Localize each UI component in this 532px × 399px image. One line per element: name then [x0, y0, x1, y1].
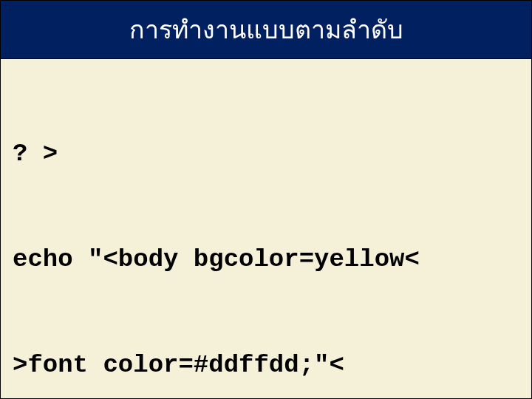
slide-title: การทำงานแบบตามลำดับ — [129, 16, 403, 44]
slide-header: การทำงานแบบตามลำดับ — [1, 1, 531, 59]
code-line: ? > — [13, 137, 519, 172]
code-content: ? > echo "<body bgcolor=yellow< >font co… — [1, 59, 531, 399]
slide-container: การทำงานแบบตามลำดับ ? > echo "<body bgco… — [0, 0, 532, 399]
code-line: >font color=#ddffdd;"< — [13, 348, 519, 383]
code-line: echo "<body bgcolor=yellow< — [13, 242, 519, 278]
